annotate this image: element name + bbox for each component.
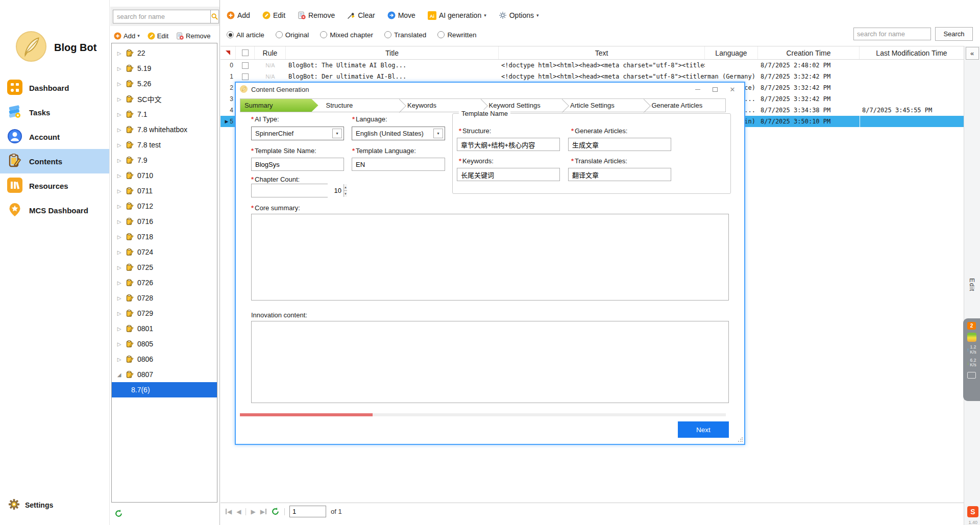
translate-articles-input[interactable] <box>568 168 671 181</box>
remove-button[interactable]: Remove <box>298 11 335 19</box>
tree-edit-button[interactable]: Edit <box>148 32 168 40</box>
expand-toggle-icon[interactable]: ▷ <box>116 249 122 255</box>
table-row[interactable]: 0 N/A BlogBot: The Ultimate AI Blog... <… <box>220 60 964 71</box>
options-button[interactable]: Options ▾ <box>499 11 539 19</box>
chevron-down-icon[interactable]: ▾ <box>433 129 443 138</box>
expand-toggle-icon[interactable]: ▷ <box>116 127 122 133</box>
previous-page-button[interactable]: ◀ <box>236 508 241 515</box>
last-page-button[interactable]: ▶ <box>260 508 266 515</box>
expand-toggle-icon[interactable]: ▷ <box>116 173 122 179</box>
column-title[interactable]: Title <box>286 46 499 59</box>
tree-item[interactable]: ▷ 0712 <box>112 198 217 214</box>
generate-articles-input[interactable] <box>568 138 671 151</box>
tree-item[interactable]: ▷ 0724 <box>112 244 217 260</box>
next-button[interactable]: Next <box>678 421 729 438</box>
template-language-input[interactable] <box>352 158 445 171</box>
refresh-button[interactable] <box>271 507 280 516</box>
tree-add-button[interactable]: Add ▾ <box>114 32 140 40</box>
column-creation-time[interactable]: Creation Time <box>758 46 860 59</box>
tree-item[interactable]: ▷ 7.9 <box>112 153 217 168</box>
sidebar-item-mcs-dashboard[interactable]: MCS Dashboard <box>0 198 109 222</box>
dialog-maximize-button[interactable] <box>712 86 719 93</box>
next-page-button[interactable]: ▶ <box>251 508 255 515</box>
tree-item[interactable]: ▷ 0711 <box>112 183 217 198</box>
dialog-minimize-button[interactable] <box>694 86 701 93</box>
wizard-step[interactable]: Article Settings <box>562 99 644 112</box>
expand-toggle-icon[interactable]: ▷ <box>116 188 122 194</box>
column-language[interactable]: Language <box>705 46 758 59</box>
expand-toggle-icon[interactable]: ▷ <box>116 280 122 286</box>
expand-toggle-icon[interactable]: ▷ <box>116 51 122 56</box>
row-checkbox[interactable] <box>242 62 249 69</box>
template-site-name-input[interactable] <box>251 158 344 171</box>
tree-item[interactable]: ▷ 0716 <box>112 214 217 229</box>
language-select[interactable]: English (United States) ▾ <box>352 127 445 140</box>
select-all-checkbox[interactable] <box>242 49 249 56</box>
stepper-down-button[interactable]: ▼ <box>344 191 347 197</box>
expand-toggle-icon[interactable]: ▷ <box>116 341 122 347</box>
edit-button[interactable]: Edit <box>262 11 285 19</box>
sidebar-item-contents[interactable]: Contents <box>0 149 109 173</box>
stepper-up-button[interactable]: ▲ <box>344 184 347 191</box>
sidebar-item-tasks[interactable]: Tasks <box>0 100 109 124</box>
table-search-input[interactable] <box>853 28 931 40</box>
column-rule[interactable]: Rule <box>255 46 286 59</box>
dialog-close-button[interactable]: ✕ <box>729 86 736 93</box>
tree-item[interactable]: ▷ 5.26 <box>112 76 217 91</box>
chevron-down-icon[interactable]: ▾ <box>332 129 342 138</box>
tree-item[interactable]: ▷ 0725 <box>112 260 217 275</box>
tree-refresh-button[interactable] <box>114 509 123 520</box>
expand-toggle-icon[interactable]: ▷ <box>116 81 122 87</box>
sidebar-item-settings[interactable]: Settings <box>8 498 53 512</box>
tree-item[interactable]: ▷ 0801 <box>112 321 217 336</box>
add-button[interactable]: Add <box>227 11 250 19</box>
innovation-content-textarea[interactable] <box>251 321 729 403</box>
wizard-step[interactable]: Summary <box>240 99 318 112</box>
sidebar-item-resources[interactable]: Resources <box>0 173 109 198</box>
filter-radio[interactable]: Translated <box>384 31 426 39</box>
expand-toggle-icon[interactable]: ▷ <box>116 219 122 224</box>
clear-button[interactable]: Clear <box>347 11 375 19</box>
expand-toggle-icon[interactable]: ▷ <box>116 357 122 362</box>
tree-remove-button[interactable]: Remove <box>176 32 210 40</box>
tree-item[interactable]: ▷ 0726 <box>112 275 217 290</box>
expand-toggle-icon[interactable]: ◢ <box>116 372 122 378</box>
tree-item[interactable]: ▷ 0805 <box>112 336 217 352</box>
wizard-step[interactable]: Generate Articles <box>644 99 726 112</box>
select-all-corner[interactable] <box>220 46 236 59</box>
keywords-input[interactable] <box>457 168 560 181</box>
expand-toggle-icon[interactable]: ▷ <box>116 158 122 163</box>
table-row[interactable]: 1 N/A BlogBot: Der ultimative AI-Bl... <… <box>220 71 964 82</box>
edit-side-tab[interactable]: Edit <box>968 278 976 291</box>
tree-item[interactable]: ▷ 0710 <box>112 168 217 183</box>
expand-toggle-icon[interactable]: ▷ <box>116 234 122 240</box>
column-text[interactable]: Text <box>499 46 705 59</box>
ai-generation-button[interactable]: Ai AI generation ▾ <box>428 11 486 20</box>
filter-radio[interactable]: Mixed chapter <box>320 31 373 39</box>
expand-toggle-icon[interactable]: ▷ <box>116 66 122 71</box>
tree-item[interactable]: ▷ 0728 <box>112 290 217 306</box>
tray-app-icon[interactable]: S <box>967 506 978 517</box>
tree-item[interactable]: ▷ 7.8 whitehatbox <box>112 122 217 137</box>
dialog-titlebar[interactable]: Content Generation ✕ <box>236 83 744 96</box>
ai-type-select[interactable]: SpinnerChief ▾ <box>251 127 344 140</box>
structure-input[interactable] <box>457 138 560 151</box>
page-number-input[interactable] <box>289 506 326 517</box>
move-button[interactable]: Move <box>387 11 415 19</box>
tree-item[interactable]: ▷ 0718 <box>112 229 217 244</box>
sidebar-item-dashboard[interactable]: Dashboard <box>0 76 109 100</box>
tree-search-input[interactable] <box>113 10 211 23</box>
screen-icon[interactable] <box>967 372 976 379</box>
wizard-step[interactable]: Structure <box>318 99 400 112</box>
expand-toggle-icon[interactable]: ▷ <box>116 96 122 102</box>
app-shortcut-icon[interactable] <box>967 333 976 342</box>
resize-grip[interactable] <box>738 437 743 442</box>
tree-item[interactable]: ◢ 0807 <box>112 367 217 382</box>
collapse-panel-button[interactable]: « <box>966 47 979 60</box>
tree-item[interactable]: ▷ 7.1 <box>112 107 217 122</box>
first-page-button[interactable]: ◀ <box>226 508 232 515</box>
tree-item[interactable]: ▷ 0729 <box>112 306 217 321</box>
filter-radio[interactable]: Original <box>276 31 309 39</box>
expand-toggle-icon[interactable]: ▷ <box>116 326 122 332</box>
tree-item[interactable]: 8.7(6) <box>112 382 217 397</box>
